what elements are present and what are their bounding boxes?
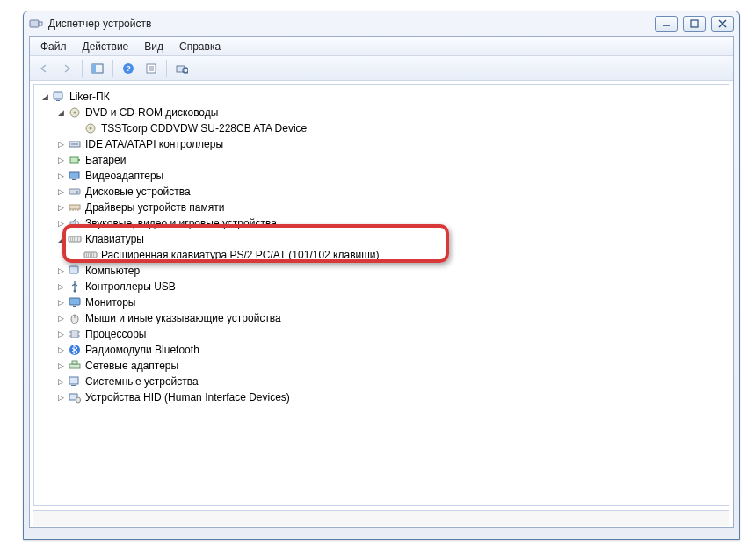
scan-hardware-button[interactable] bbox=[171, 59, 192, 78]
monitor-icon bbox=[68, 295, 82, 309]
client-area: Файл Действие Вид Справка ? ◢ bbox=[29, 36, 734, 528]
expand-icon[interactable]: ▷ bbox=[55, 281, 66, 292]
titlebar[interactable]: Диспетчер устройств bbox=[24, 11, 739, 36]
svg-rect-27 bbox=[69, 172, 79, 178]
svg-rect-57 bbox=[71, 385, 76, 386]
svg-rect-56 bbox=[69, 377, 78, 384]
category-mice[interactable]: ▷Мыши и иные указывающие устройства bbox=[55, 310, 729, 326]
collapse-icon[interactable]: ◢ bbox=[55, 107, 66, 118]
svg-point-22 bbox=[90, 127, 92, 130]
category-computer[interactable]: ▷Компьютер bbox=[55, 263, 729, 279]
usb-icon bbox=[68, 280, 82, 294]
svg-rect-55 bbox=[72, 361, 77, 364]
device-tree[interactable]: ◢ Liker-ПК ◢ DVD и CD-ROM дисководы bbox=[33, 84, 729, 506]
expand-icon[interactable]: ▷ bbox=[55, 392, 66, 403]
node-label: Драйверы устройств памяти bbox=[85, 201, 224, 214]
node-label: Расширенная клавиатура PS/2 PC/AT (101/1… bbox=[101, 249, 380, 261]
category-sysdev[interactable]: ▷Системные устройства bbox=[55, 374, 729, 389]
category-netadapters[interactable]: ▷Сетевые адаптеры bbox=[55, 358, 729, 374]
disc-drive-icon bbox=[83, 121, 98, 135]
category-monitors[interactable]: ▷Мониторы bbox=[55, 295, 729, 310]
expand-icon[interactable]: ▷ bbox=[55, 202, 66, 213]
expand-icon[interactable]: ▷ bbox=[55, 360, 66, 371]
svg-rect-31 bbox=[69, 205, 80, 209]
properties-button[interactable] bbox=[141, 59, 162, 78]
expand-icon[interactable]: ▷ bbox=[55, 345, 66, 355]
svg-rect-45 bbox=[73, 306, 76, 307]
svg-line-16 bbox=[187, 72, 188, 74]
app-icon bbox=[29, 17, 43, 31]
node-label: Liker-ПК bbox=[69, 91, 110, 103]
nav-forward-button[interactable] bbox=[56, 59, 77, 78]
svg-rect-29 bbox=[69, 189, 80, 194]
svg-point-30 bbox=[76, 191, 78, 193]
collapse-icon[interactable]: ◢ bbox=[40, 91, 50, 102]
collapse-icon[interactable]: ◢ bbox=[55, 234, 66, 244]
expand-icon[interactable]: ▷ bbox=[55, 139, 66, 149]
node-label: Дисковые устройства bbox=[85, 185, 191, 198]
tree-root[interactable]: ◢ Liker-ПК bbox=[40, 89, 729, 105]
nav-back-button[interactable] bbox=[33, 59, 54, 78]
svg-rect-18 bbox=[56, 100, 60, 101]
device-keyboard-ps2[interactable]: ▸ Расширенная клавиатура PS/2 PC/AT (101… bbox=[71, 247, 729, 263]
window-controls bbox=[655, 16, 734, 32]
close-button[interactable] bbox=[711, 16, 734, 32]
expand-icon[interactable]: ▷ bbox=[55, 329, 66, 339]
expand-icon[interactable]: ▷ bbox=[55, 376, 66, 387]
category-disks[interactable]: ▷Дисковые устройства bbox=[55, 184, 729, 200]
svg-rect-28 bbox=[72, 179, 76, 180]
svg-rect-1 bbox=[39, 22, 42, 25]
expand-icon[interactable]: ▷ bbox=[55, 313, 66, 324]
bluetooth-icon bbox=[68, 343, 82, 357]
toolbar: ? bbox=[30, 56, 733, 81]
expand-icon[interactable]: ▷ bbox=[55, 171, 66, 181]
category-ide[interactable]: ▷IDE ATA/ATAPI контроллеры bbox=[55, 136, 729, 152]
cpu-icon bbox=[68, 327, 82, 341]
system-device-icon bbox=[68, 375, 82, 389]
category-hid[interactable]: ▷Устройства HID (Human Interface Devices… bbox=[55, 389, 729, 405]
menu-action[interactable]: Действие bbox=[76, 39, 136, 55]
node-label: Компьютер bbox=[85, 265, 140, 277]
show-hide-tree-button[interactable] bbox=[87, 59, 108, 78]
node-label: Процессоры bbox=[85, 328, 147, 340]
mouse-icon bbox=[68, 311, 82, 325]
svg-text:?: ? bbox=[126, 64, 131, 73]
svg-rect-7 bbox=[92, 64, 96, 73]
node-label: Видеоадаптеры bbox=[85, 170, 163, 182]
menu-view[interactable]: Вид bbox=[137, 39, 170, 55]
device-item[interactable]: ▸ TSSTcorp CDDVDW SU-228CB ATA Device bbox=[71, 120, 729, 136]
minimize-button[interactable] bbox=[655, 16, 678, 32]
toolbar-separator bbox=[112, 60, 113, 77]
disc-drive-icon bbox=[68, 105, 82, 120]
category-memdrv[interactable]: ▷Драйверы устройств памяти bbox=[55, 200, 729, 215]
expand-icon[interactable]: ▷ bbox=[55, 297, 66, 308]
category-keyboards[interactable]: ◢ Клавиатуры bbox=[55, 231, 729, 247]
category-bluetooth[interactable]: ▷Радиомодули Bluetooth bbox=[55, 342, 729, 358]
keyboard-icon bbox=[68, 232, 82, 246]
node-label: Радиомодули Bluetooth bbox=[85, 344, 199, 356]
toolbar-separator bbox=[166, 60, 167, 77]
expand-icon[interactable]: ▷ bbox=[55, 265, 66, 276]
battery-icon bbox=[68, 153, 82, 167]
window: Диспетчер устройств Файл Действие Вид Сп… bbox=[23, 11, 740, 540]
node-label: Мыши и иные указывающие устройства bbox=[85, 312, 281, 324]
category-usb[interactable]: ▷Контроллеры USB bbox=[55, 279, 729, 295]
category-batteries[interactable]: ▷Батареи bbox=[55, 152, 729, 168]
window-title: Диспетчер устройств bbox=[48, 18, 655, 30]
help-button[interactable]: ? bbox=[118, 59, 139, 78]
expand-icon[interactable]: ▷ bbox=[55, 218, 66, 229]
category-video[interactable]: ▷Видеоадаптеры bbox=[55, 168, 729, 184]
category-cpu[interactable]: ▷Процессоры bbox=[55, 326, 729, 342]
expand-icon[interactable]: ▷ bbox=[55, 186, 66, 197]
svg-point-59 bbox=[76, 397, 81, 403]
memory-icon bbox=[68, 200, 82, 215]
category-dvd[interactable]: ◢ DVD и CD-ROM дисководы bbox=[55, 105, 729, 120]
disk-icon bbox=[68, 185, 82, 199]
menu-file[interactable]: Файл bbox=[33, 39, 74, 55]
maximize-button[interactable] bbox=[683, 16, 706, 32]
sound-icon bbox=[68, 216, 82, 230]
menu-help[interactable]: Справка bbox=[172, 39, 228, 55]
expand-icon[interactable]: ▷ bbox=[55, 155, 66, 165]
category-sound[interactable]: ▷Звуковые, видео и игровые устройства bbox=[55, 215, 729, 231]
node-label: Клавиатуры bbox=[85, 233, 144, 245]
